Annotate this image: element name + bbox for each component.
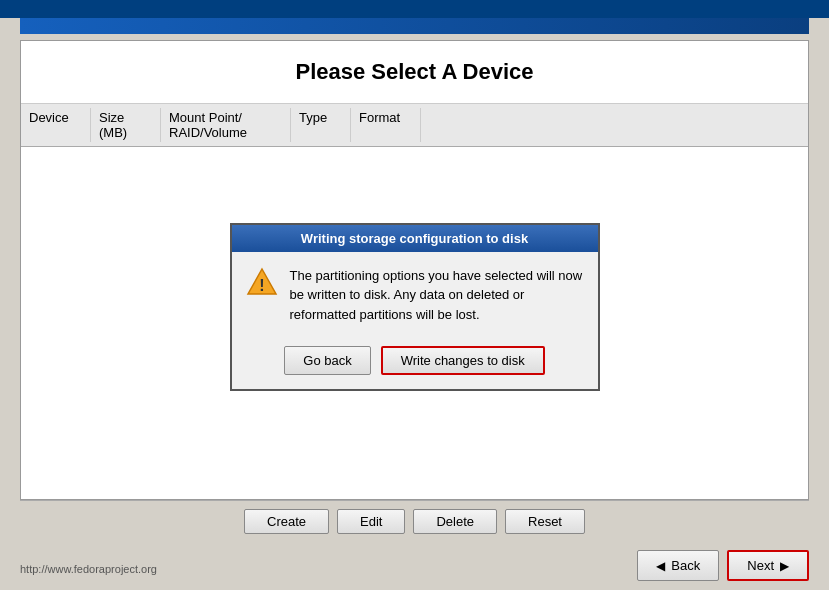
content-area: Writing storage configuration to disk ! … (21, 147, 808, 467)
go-back-button[interactable]: Go back (284, 346, 370, 375)
dialog-title: Writing storage configuration to disk (232, 225, 598, 252)
back-button[interactable]: ◀ Back (637, 550, 719, 581)
delete-button[interactable]: Delete (413, 509, 497, 534)
title-section: Please Select A Device (21, 41, 808, 104)
next-arrow-icon: ▶ (780, 559, 789, 573)
header-graphic (20, 18, 809, 34)
dialog-buttons: Go back Write changes to disk (232, 338, 598, 389)
url-bar: http://www.fedoraproject.org (20, 563, 157, 575)
col-device: Device (21, 108, 91, 142)
dialog-message: The partitioning options you have select… (290, 266, 584, 325)
next-button[interactable]: Next ▶ (727, 550, 809, 581)
col-mountpoint: Mount Point/RAID/Volume (161, 108, 291, 142)
svg-text:!: ! (259, 277, 264, 294)
page-title: Please Select A Device (31, 59, 798, 85)
col-format: Format (351, 108, 421, 142)
back-label: Back (671, 558, 700, 573)
nav-bar: http://www.fedoraproject.org ◀ Back Next… (0, 542, 829, 589)
main-panel: Please Select A Device Device Size(MB) M… (20, 40, 809, 500)
write-changes-button[interactable]: Write changes to disk (381, 346, 545, 375)
create-button[interactable]: Create (244, 509, 329, 534)
reset-button[interactable]: Reset (505, 509, 585, 534)
col-type: Type (291, 108, 351, 142)
dialog-box: Writing storage configuration to disk ! … (230, 223, 600, 392)
table-header: Device Size(MB) Mount Point/RAID/Volume … (21, 104, 808, 147)
edit-button[interactable]: Edit (337, 509, 405, 534)
col-size: Size(MB) (91, 108, 161, 142)
back-arrow-icon: ◀ (656, 559, 665, 573)
bottom-toolbar: Create Edit Delete Reset (20, 500, 809, 542)
top-bar (0, 0, 829, 18)
warning-icon: ! (246, 266, 278, 298)
next-label: Next (747, 558, 774, 573)
dialog-body: ! The partitioning options you have sele… (232, 252, 598, 339)
